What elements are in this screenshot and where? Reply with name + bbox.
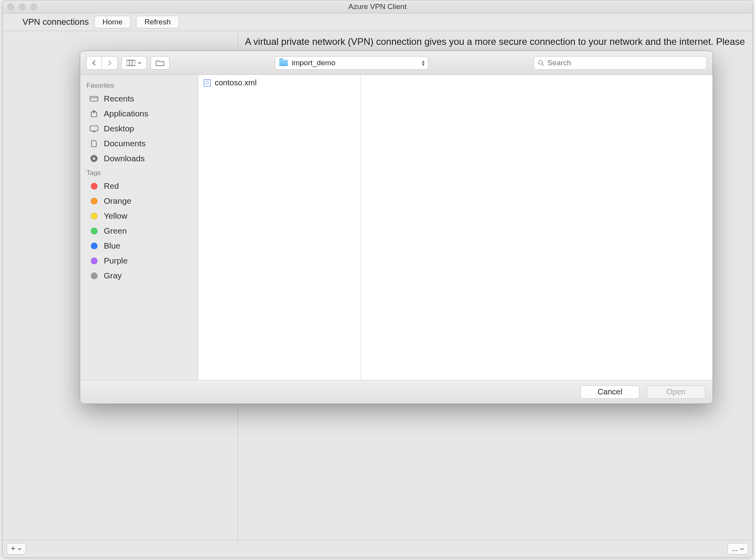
folder-icon xyxy=(279,60,288,66)
tag-dot-icon xyxy=(91,243,98,249)
desktop-icon xyxy=(89,125,99,132)
tag-label: Yellow xyxy=(104,211,127,221)
app-window: Azure VPN Client VPN connections Home Re… xyxy=(2,0,753,558)
file-dialog-sidebar: Favorites Recents Applications Desktop D… xyxy=(80,75,198,380)
favorites-header: Favorites xyxy=(80,79,198,91)
tag-label: Purple xyxy=(104,256,128,265)
tags-header: Tags xyxy=(80,166,198,179)
xml-file-icon xyxy=(204,79,211,87)
chevron-right-icon xyxy=(107,60,112,66)
svg-rect-5 xyxy=(90,96,98,101)
file-open-dialog: import_demo ▴▾ Favorites Recents Applica… xyxy=(80,51,713,404)
tag-label: Blue xyxy=(104,241,120,251)
popup-chevrons-icon: ▴▾ xyxy=(422,60,425,66)
file-dialog-footer: Cancel Open xyxy=(80,380,713,403)
cancel-button[interactable]: Cancel xyxy=(580,385,639,399)
file-column: contoso.xml xyxy=(198,75,361,380)
new-folder-button[interactable] xyxy=(151,56,169,70)
tag-item-purple[interactable]: Purple xyxy=(80,253,198,268)
tag-dot-icon xyxy=(91,258,98,264)
documents-icon xyxy=(89,140,99,147)
nav-group xyxy=(86,56,118,70)
file-name: contoso.xml xyxy=(215,78,257,87)
folder-path-popup[interactable]: import_demo ▴▾ xyxy=(275,56,428,70)
traffic-lights xyxy=(3,4,37,10)
folder-plus-icon xyxy=(156,60,164,66)
search-field[interactable] xyxy=(534,56,707,70)
search-input[interactable] xyxy=(547,59,702,67)
sidebar-item-recents[interactable]: Recents xyxy=(80,91,198,106)
tag-item-gray[interactable]: Gray xyxy=(80,268,198,283)
svg-line-4 xyxy=(542,64,544,66)
window-titlebar: Azure VPN Client xyxy=(3,0,752,13)
tag-item-yellow[interactable]: Yellow xyxy=(80,208,198,223)
window-title: Azure VPN Client xyxy=(3,2,752,11)
svg-rect-8 xyxy=(90,126,98,131)
tag-dot-icon xyxy=(91,198,98,204)
close-window-button[interactable] xyxy=(7,4,14,10)
file-dialog-body: Favorites Recents Applications Desktop D… xyxy=(80,75,713,380)
tag-dot-icon xyxy=(91,273,98,279)
search-icon xyxy=(538,60,544,66)
svg-point-7 xyxy=(93,111,95,113)
sidebar-item-label: Recents xyxy=(104,94,134,103)
applications-icon xyxy=(89,110,99,118)
back-button[interactable] xyxy=(86,56,102,70)
svg-point-3 xyxy=(539,60,543,64)
chevron-left-icon xyxy=(92,60,96,66)
tag-label: Gray xyxy=(104,271,122,280)
view-mode-button[interactable] xyxy=(122,56,147,70)
tag-dot-icon xyxy=(91,183,98,190)
sidebar-item-label: Desktop xyxy=(104,124,134,133)
tag-item-orange[interactable]: Orange xyxy=(80,193,198,208)
downloads-icon xyxy=(89,155,99,162)
tag-dot-icon xyxy=(91,228,98,234)
preview-column xyxy=(361,75,713,380)
tag-dot-icon xyxy=(91,213,98,219)
tag-label: Red xyxy=(104,181,119,191)
file-dialog-toolbar: import_demo ▴▾ xyxy=(80,51,713,75)
tag-item-blue[interactable]: Blue xyxy=(80,238,198,253)
tag-label: Green xyxy=(104,226,127,236)
recents-icon xyxy=(89,95,99,102)
chevron-down-icon xyxy=(138,61,142,65)
svg-rect-0 xyxy=(127,60,135,66)
sidebar-item-desktop[interactable]: Desktop xyxy=(80,121,198,136)
current-folder-name: import_demo xyxy=(292,59,335,67)
sidebar-item-documents[interactable]: Documents xyxy=(80,136,198,151)
sidebar-item-label: Documents xyxy=(104,139,145,148)
tag-item-green[interactable]: Green xyxy=(80,223,198,238)
zoom-window-button[interactable] xyxy=(30,4,37,10)
open-button[interactable]: Open xyxy=(646,385,705,399)
file-row[interactable]: contoso.xml xyxy=(202,77,357,88)
sidebar-item-applications[interactable]: Applications xyxy=(80,106,198,121)
tag-label: Orange xyxy=(104,196,131,206)
sidebar-item-label: Downloads xyxy=(104,154,145,163)
sidebar-item-label: Applications xyxy=(104,109,148,118)
tag-item-red[interactable]: Red xyxy=(80,179,198,193)
columns-icon xyxy=(127,60,135,66)
forward-button[interactable] xyxy=(102,56,118,70)
minimize-window-button[interactable] xyxy=(19,4,26,10)
sidebar-item-downloads[interactable]: Downloads xyxy=(80,151,198,166)
